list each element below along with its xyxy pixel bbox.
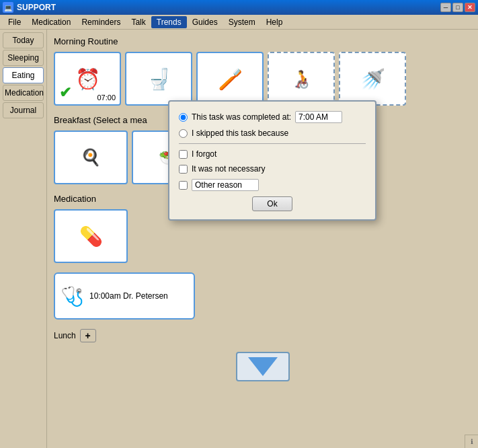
menu-talk[interactable]: Talk — [126, 16, 151, 28]
dialog-overlay: This task was completed at: I skipped th… — [47, 30, 478, 448]
minimize-button[interactable]: ─ — [440, 3, 451, 12]
sidebar-item-journal[interactable]: Journal — [3, 102, 44, 118]
other-reason-input[interactable] — [192, 179, 259, 191]
skipped-radio[interactable] — [179, 129, 188, 138]
menubar: File Medication Reminders Talk Trends Gu… — [0, 15, 478, 30]
content-area: Morning Routine ⏰ ✔ 07:00 🚽 🪥 🧑‍🦽 🚿 — [47, 30, 478, 448]
forgot-label: I forgot — [192, 149, 216, 159]
sidebar: Today Sleeping Eating Medication Journal — [0, 30, 47, 448]
menu-help[interactable]: Help — [261, 16, 288, 28]
menu-file[interactable]: File — [3, 16, 26, 28]
menu-system[interactable]: System — [223, 16, 261, 28]
sidebar-item-eating[interactable]: Eating — [3, 67, 44, 83]
completed-time-input[interactable] — [295, 111, 342, 123]
completed-radio[interactable] — [179, 113, 188, 122]
menu-trends[interactable]: Trends — [151, 16, 187, 28]
app-icon: 💻 — [3, 2, 13, 13]
completed-row: This task was completed at: — [179, 111, 366, 123]
other-reason-checkbox[interactable] — [179, 181, 188, 190]
window-title: SUPPORT — [17, 3, 440, 12]
not-necessary-row: It was not necessary — [179, 164, 366, 174]
ok-button[interactable]: Ok — [252, 196, 292, 211]
other-reason-row — [179, 179, 366, 191]
forgot-row: I forgot — [179, 149, 366, 159]
skipped-row: I skipped this task because — [179, 128, 366, 138]
task-completion-dialog: This task was completed at: I skipped th… — [168, 100, 376, 221]
sidebar-item-sleeping[interactable]: Sleeping — [3, 50, 44, 66]
skipped-label: I skipped this task because — [192, 128, 288, 138]
not-necessary-checkbox[interactable] — [179, 165, 188, 174]
titlebar: 💻 SUPPORT ─ □ ✕ — [0, 0, 478, 15]
forgot-checkbox[interactable] — [179, 150, 188, 159]
sidebar-item-today[interactable]: Today — [3, 32, 44, 48]
dialog-ok-row: Ok — [179, 196, 366, 211]
window-controls: ─ □ ✕ — [440, 3, 475, 12]
menu-reminders[interactable]: Reminders — [76, 16, 126, 28]
menu-guides[interactable]: Guides — [187, 16, 223, 28]
sidebar-item-medication[interactable]: Medication — [3, 85, 44, 101]
not-necessary-label: It was not necessary — [192, 164, 265, 174]
main-layout: Today Sleeping Eating Medication Journal… — [0, 30, 478, 448]
close-button[interactable]: ✕ — [465, 3, 475, 12]
maximize-button[interactable]: □ — [452, 3, 463, 12]
menu-medication[interactable]: Medication — [26, 16, 76, 28]
completed-label: This task was completed at: — [192, 112, 291, 122]
